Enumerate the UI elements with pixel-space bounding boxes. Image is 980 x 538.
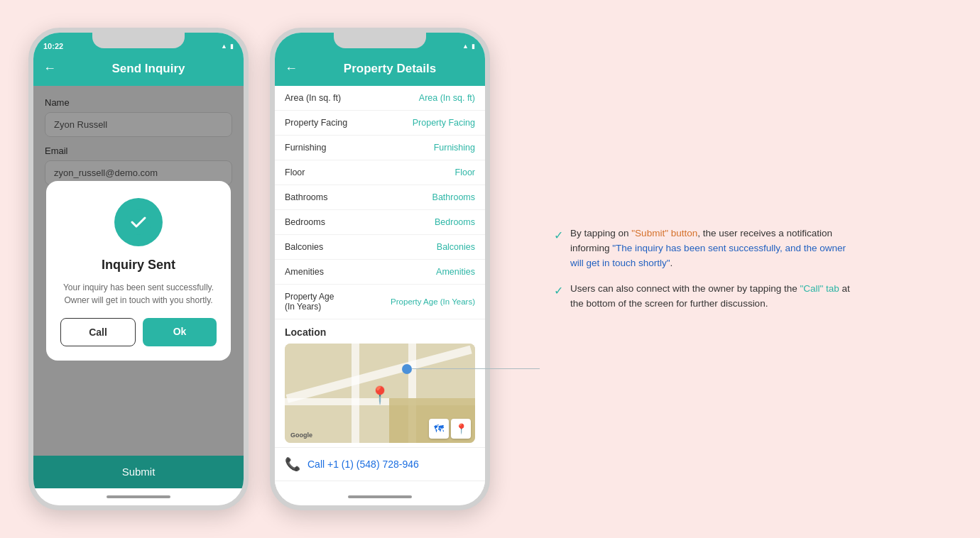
phone1-time: 10:22 [43,42,63,50]
wifi-icon: ▲ [221,43,227,50]
annotation-bullets: ✓ By tapping on "Submit" button, the use… [554,226,852,312]
prop-value-facing: Property Facing [368,111,485,136]
connector-dot [402,364,412,374]
modal-message: Your inquiry has been sent successfully.… [60,281,217,307]
phone1-home-bar [33,488,244,505]
prop-label-property-age: Property Age(In Years) [275,285,368,319]
phone1-header-title: Send Inquiry [63,62,234,76]
svg-point-0 [126,209,151,235]
prop-value-balconies: Balconies [368,235,485,260]
wifi-icon: ▲ [462,43,469,50]
call-bar[interactable]: 📞 Call +1 (1) (548) 728-946 [275,447,485,481]
prop-value-amenities: Amenities [368,260,485,285]
prop-label-area: Area (In sq. ft) [275,86,368,111]
inquiry-sent-modal: Inquiry Sent Your inquiry has been sent … [46,181,231,361]
phone1-footer[interactable]: Submit [33,456,244,488]
maps-button[interactable]: 📍 [451,419,471,439]
annotation-bullet-1: ✓ By tapping on "Submit" button, the use… [554,226,852,271]
phone2-content: Area (In sq. ft) Area (In sq. ft) Proper… [275,86,485,488]
directions-button[interactable]: 🗺 [429,419,449,439]
prop-value-furnishing: Furnishing [368,136,485,160]
prop-value-area: Area (In sq. ft) [368,86,485,111]
annotation-text-2: Users can also connect with the owner by… [570,282,852,312]
prop-label-amenities: Amenities [275,260,368,285]
back-arrow-icon[interactable]: ← [43,61,56,76]
annotation-text-1: By tapping on "Submit" button, the user … [570,226,852,271]
table-row: Furnishing Furnishing [275,136,485,160]
phone2-header-title: Property Details [305,62,475,76]
notification-highlight: "The inquiry has been sent successfully,… [570,243,846,268]
prop-label-facing: Property Facing [275,111,368,136]
table-row: Bathrooms Bathrooms [275,185,485,210]
call-number[interactable]: Call +1 (1) (548) 728-946 [307,459,419,470]
prop-label-floor: Floor [275,160,368,185]
prop-label-balconies: Balconies [275,235,368,260]
phone1-notch [92,33,185,48]
table-row: Property Facing Property Facing [275,111,485,136]
home-indicator [107,495,170,498]
battery-icon: ▮ [230,43,234,50]
phone1-header: ← Send Inquiry [33,55,244,86]
annotation-area: ✓ By tapping on "Submit" button, the use… [554,226,852,312]
map-pin: 📍 [369,385,391,405]
annotation-bullet-2: ✓ Users can also connect with the owner … [554,282,852,312]
property-details-table: Area (In sq. ft) Area (In sq. ft) Proper… [275,86,485,319]
table-row: Amenities Amenities [275,260,485,285]
location-section: Location 📍 Google [275,319,485,447]
prop-value-property-age: Property Age (In Years) [368,285,485,319]
phone1-content: Name Zyon Russell Email zyon_russell@dem… [33,86,244,456]
phone2-status-icons: ▲ ▮ [462,43,475,50]
prop-label-bathrooms: Bathrooms [275,185,368,210]
table-row: Balconies Balconies [275,235,485,260]
phone2-notch [334,33,426,48]
inquiry-sent-modal-overlay: Inquiry Sent Your inquiry has been sent … [33,86,244,456]
home-indicator [348,495,412,498]
modal-call-button[interactable]: Call [60,318,136,346]
table-row: Area (In sq. ft) Area (In sq. ft) [275,86,485,111]
submit-button[interactable]: Submit [122,466,156,478]
success-icon-circle [114,198,163,246]
phone-icon: 📞 [285,456,300,472]
prop-value-bathrooms: Bathrooms [368,185,485,210]
table-row: Property Age(In Years) Property Age (In … [275,285,485,319]
connector-line [412,368,540,369]
submit-highlight: "Submit" button [631,228,697,238]
phone2-property-details: ▲ ▮ ← Property Details Area (In sq. ft) … [270,28,490,510]
prop-label-bedrooms: Bedrooms [275,210,368,235]
check-icon-2: ✓ [554,282,563,300]
phone2-header: ← Property Details [275,55,485,86]
location-title: Location [285,326,475,338]
prop-value-bedrooms: Bedrooms [368,210,485,235]
back-arrow-icon[interactable]: ← [285,61,298,76]
table-row: Floor Floor [275,160,485,185]
check-icon-1: ✓ [554,227,563,245]
modal-ok-button[interactable]: Ok [143,318,217,346]
road-vertical [352,344,359,443]
prop-value-floor: Floor [368,160,485,185]
call-tab-highlight: "Call" tab [800,283,839,294]
table-row: Bedrooms Bedrooms [275,210,485,235]
phone1-status-icons: ▲ ▮ [221,43,234,50]
prop-label-furnishing: Furnishing [275,136,368,160]
map-container[interactable]: 📍 Google 🗺 📍 [285,344,475,443]
battery-icon: ▮ [472,43,475,50]
cancel-bar[interactable]: Cancel [275,481,485,488]
modal-buttons: Call Ok [60,318,217,346]
phone1-send-inquiry: 10:22 ▲ ▮ ← Send Inquiry Name Zyon Russe… [28,28,249,510]
google-logo: Google [290,432,312,439]
checkmark-icon [126,209,151,235]
map-action-buttons: 🗺 📍 [429,419,471,439]
modal-title: Inquiry Sent [102,258,175,273]
phone2-home-bar [275,488,485,505]
